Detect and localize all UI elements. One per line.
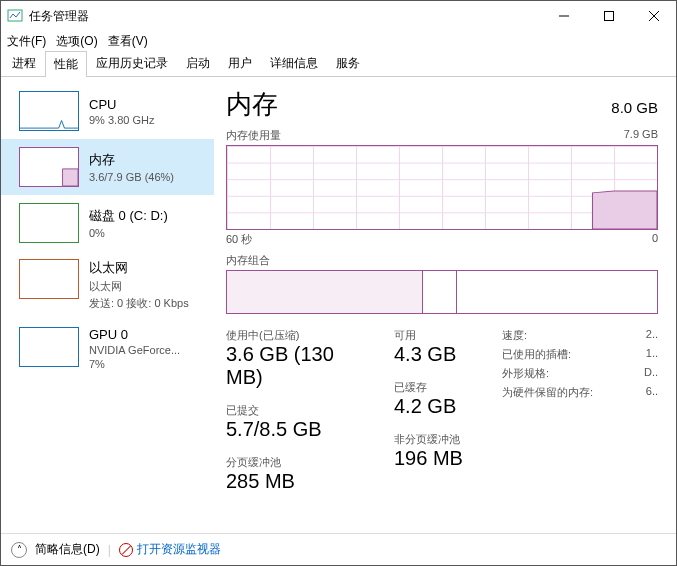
usage-label: 内存使用量 bbox=[226, 128, 281, 143]
detail-pane: 内存 8.0 GB 内存使用量7.9 GB 60 秒0 内存组合 使用中(已压缩… bbox=[214, 77, 676, 533]
usage-max: 7.9 GB bbox=[624, 128, 658, 143]
fewer-details-button[interactable]: 简略信息(D) bbox=[35, 541, 100, 558]
sidebar-item-memory[interactable]: 内存3.6/7.9 GB (46%) bbox=[1, 139, 214, 195]
sidebar-item-label: 磁盘 0 (C: D:) bbox=[89, 207, 208, 225]
tab-startup[interactable]: 启动 bbox=[177, 50, 219, 76]
stat-committed: 已提交5.7/8.5 GB bbox=[226, 403, 376, 441]
page-title: 内存 bbox=[226, 87, 278, 122]
stat-nonpaged: 非分页缓冲池196 MB bbox=[394, 432, 484, 470]
cpu-thumbnail bbox=[19, 91, 79, 131]
stat-cached: 已缓存4.2 GB bbox=[394, 380, 484, 418]
titlebar[interactable]: 任务管理器 bbox=[1, 1, 676, 31]
disk-thumbnail bbox=[19, 203, 79, 243]
sidebar: CPU9% 3.80 GHz 内存3.6/7.9 GB (46%) 磁盘 0 (… bbox=[1, 77, 214, 533]
sidebar-item-ethernet[interactable]: 以太网以太网发送: 0 接收: 0 Kbps bbox=[1, 251, 214, 319]
memory-capacity: 8.0 GB bbox=[611, 99, 658, 116]
axis-right: 0 bbox=[652, 232, 658, 247]
sidebar-item-label: CPU bbox=[89, 97, 208, 112]
menu-file[interactable]: 文件(F) bbox=[7, 33, 46, 50]
sidebar-item-gpu[interactable]: GPU 0NVIDIA GeForce...7% bbox=[1, 319, 214, 378]
tab-services[interactable]: 服务 bbox=[327, 50, 369, 76]
stat-in-use: 使用中(已压缩)3.6 GB (130 MB) bbox=[226, 328, 376, 389]
menubar: 文件(F) 选项(O) 查看(V) bbox=[1, 31, 676, 51]
stat-available: 可用4.3 GB bbox=[394, 328, 484, 366]
tab-performance[interactable]: 性能 bbox=[45, 51, 87, 77]
sidebar-item-cpu[interactable]: CPU9% 3.80 GHz bbox=[1, 83, 214, 139]
memory-thumbnail bbox=[19, 147, 79, 187]
sidebar-item-label: 以太网 bbox=[89, 259, 208, 277]
chevron-up-icon[interactable]: ˄ bbox=[11, 542, 27, 558]
tab-processes[interactable]: 进程 bbox=[3, 50, 45, 76]
tab-users[interactable]: 用户 bbox=[219, 50, 261, 76]
resource-monitor-icon bbox=[119, 543, 133, 557]
close-button[interactable] bbox=[631, 1, 676, 31]
axis-left: 60 秒 bbox=[226, 232, 252, 247]
tabbar: 进程 性能 应用历史记录 启动 用户 详细信息 服务 bbox=[1, 51, 676, 77]
sidebar-item-disk[interactable]: 磁盘 0 (C: D:)0% bbox=[1, 195, 214, 251]
tab-app-history[interactable]: 应用历史记录 bbox=[87, 50, 177, 76]
footer: ˄ 简略信息(D) | 打开资源监视器 bbox=[1, 533, 676, 565]
sidebar-item-label: GPU 0 bbox=[89, 327, 208, 342]
minimize-button[interactable] bbox=[541, 1, 586, 31]
memory-properties: 速度:2.. 已使用的插槽:1.. 外形规格:D.. 为硬件保留的内存:6.. bbox=[502, 328, 658, 493]
task-manager-window: 任务管理器 文件(F) 选项(O) 查看(V) 进程 性能 应用历史记录 启动 … bbox=[0, 0, 677, 566]
app-icon bbox=[7, 8, 23, 24]
menu-view[interactable]: 查看(V) bbox=[108, 33, 148, 50]
ethernet-thumbnail bbox=[19, 259, 79, 299]
open-resource-monitor-link[interactable]: 打开资源监视器 bbox=[119, 541, 221, 558]
menu-options[interactable]: 选项(O) bbox=[56, 33, 97, 50]
maximize-button[interactable] bbox=[586, 1, 631, 31]
window-title: 任务管理器 bbox=[29, 8, 541, 25]
svg-rect-2 bbox=[604, 12, 613, 21]
composition-label: 内存组合 bbox=[226, 253, 270, 268]
memory-usage-chart bbox=[226, 145, 658, 230]
sidebar-item-label: 内存 bbox=[89, 151, 208, 169]
tab-details[interactable]: 详细信息 bbox=[261, 50, 327, 76]
stat-paged: 分页缓冲池285 MB bbox=[226, 455, 376, 493]
gpu-thumbnail bbox=[19, 327, 79, 367]
memory-composition-chart bbox=[226, 270, 658, 314]
